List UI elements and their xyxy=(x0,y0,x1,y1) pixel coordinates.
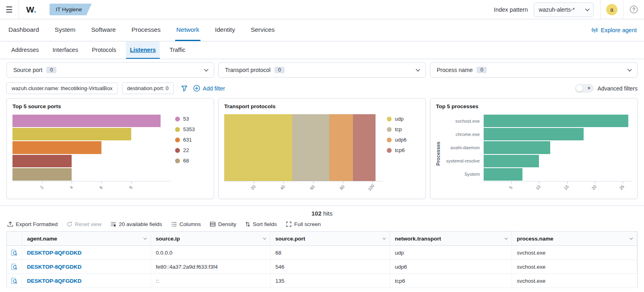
filter-select-label: Process name xyxy=(437,67,473,73)
chevron-down-icon xyxy=(630,236,633,239)
filter-select-transport-protocol[interactable]: Transport protocol0 xyxy=(218,62,426,78)
bar-systemd-resolve[interactable] xyxy=(483,155,539,167)
subtab-traffic[interactable]: Traffic xyxy=(165,41,189,59)
export-icon xyxy=(7,221,13,227)
bar-track xyxy=(483,155,632,167)
app-badge[interactable]: IT Hygiene xyxy=(50,4,92,15)
axis-tick-label: 4 xyxy=(69,185,74,190)
bar-631[interactable] xyxy=(12,141,101,154)
cell-source.ip: :: xyxy=(151,274,270,288)
axis-tick-mark xyxy=(254,181,254,183)
tab-identity[interactable]: Identity xyxy=(214,19,236,41)
bar-68[interactable] xyxy=(12,168,72,181)
help-icon[interactable]: ? xyxy=(630,6,638,13)
axis-tick-label: 80 xyxy=(339,184,345,191)
source-ports-chart[interactable]: 2468 xyxy=(12,114,171,193)
legend-item-tcp6[interactable]: tcp6 xyxy=(387,147,420,153)
hamburger-menu-icon[interactable]: ☰ xyxy=(0,0,19,19)
density-button[interactable]: Density xyxy=(210,221,236,227)
column-header-source.ip[interactable]: source.ip xyxy=(151,232,270,246)
expand-row-button[interactable] xyxy=(7,260,22,274)
tab-processes[interactable]: Processes xyxy=(130,19,162,41)
bar-svchost.exe[interactable] xyxy=(483,115,628,127)
add-filter-button[interactable]: Add filter xyxy=(193,85,225,92)
bar-track xyxy=(483,168,632,181)
full-screen-button[interactable]: Full screen xyxy=(286,221,321,227)
subtab-protocols[interactable]: Protocols xyxy=(88,41,120,59)
agent-name-link[interactable]: DESKTOP-8QFGDKD xyxy=(22,260,151,274)
table-toolbar: Export Formatted Reset view 20 available… xyxy=(0,218,644,231)
legend-item-tcp[interactable]: tcp xyxy=(387,126,420,132)
axis-tick-mark xyxy=(131,181,132,183)
reset-view-button[interactable]: Reset view xyxy=(66,221,101,227)
segment-udp[interactable] xyxy=(224,114,292,181)
tab-dashboard[interactable]: Dashboard xyxy=(7,19,40,41)
subtab-listeners[interactable]: Listeners xyxy=(126,41,160,59)
bar-track xyxy=(483,115,632,127)
agent-name-link[interactable]: DESKTOP-8QFGDKD xyxy=(22,246,151,260)
legend-dot xyxy=(387,127,392,132)
panel-top-processes: Top 5 processes Processes svchost.exechr… xyxy=(430,98,638,199)
sort-icon xyxy=(245,221,250,227)
bar-5353[interactable] xyxy=(12,128,131,140)
filter-funnel-icon[interactable] xyxy=(181,85,188,92)
legend-item-udp[interactable]: udp xyxy=(387,116,420,122)
segment-udp6[interactable] xyxy=(329,114,353,181)
bar-row-53 xyxy=(12,114,171,127)
filter-select-source-port[interactable]: Source port0 xyxy=(6,62,214,78)
export-formatted-button[interactable]: Export Formatted xyxy=(7,221,58,227)
legend-item-631[interactable]: 631 xyxy=(175,137,208,143)
wazuh-logo[interactable]: W. xyxy=(19,5,44,14)
filter-pills: wazuh.cluster.name: thecotilking-Virtual… xyxy=(6,82,178,94)
legend-item-22[interactable]: 22 xyxy=(175,147,208,153)
segment-tcp6[interactable] xyxy=(353,114,375,181)
axis-tick-mark xyxy=(567,181,568,183)
processes-chart[interactable]: Processes svchost.exechrome.exeavahi-dae… xyxy=(442,114,632,193)
filter-pill-1[interactable]: destination.port: 0 xyxy=(122,82,174,94)
column-header-network.transport[interactable]: network.transport xyxy=(390,232,512,246)
bar-avahi-daemon[interactable] xyxy=(483,141,550,154)
segment-tcp[interactable] xyxy=(292,114,329,181)
legend-item-53[interactable]: 53 xyxy=(175,116,208,122)
expand-row-button[interactable] xyxy=(7,246,22,260)
avatar-slot: a xyxy=(600,0,623,19)
bar-22[interactable] xyxy=(12,155,72,167)
index-pattern-value: wazuh-alerts-* xyxy=(539,6,575,13)
filter-select-process-name[interactable]: Process name0 xyxy=(430,62,638,78)
agent-name-link[interactable]: DESKTOP-8QFGDKD xyxy=(22,274,151,288)
y-axis-line xyxy=(483,114,484,181)
tab-system[interactable]: System xyxy=(54,19,77,41)
index-pattern-select[interactable]: wazuh-alerts-* xyxy=(534,2,594,17)
avatar[interactable]: a xyxy=(606,4,617,15)
legend-item-68[interactable]: 68 xyxy=(175,158,208,164)
legend-item-5353[interactable]: 5353 xyxy=(175,126,208,132)
logo-dot: . xyxy=(34,5,36,14)
tab-services[interactable]: Services xyxy=(250,19,276,41)
available-fields-button[interactable]: 20 available fields xyxy=(110,221,162,227)
explore-agent-button[interactable]: Explore agent xyxy=(591,19,637,41)
tab-software[interactable]: Software xyxy=(90,19,117,41)
subtab-interfaces[interactable]: Interfaces xyxy=(49,41,83,59)
bar-System[interactable] xyxy=(483,168,522,181)
subtab-addresses[interactable]: Addresses xyxy=(7,41,43,59)
advanced-filters-toggle[interactable]: × xyxy=(575,84,594,93)
sort-fields-button[interactable]: Sort fields xyxy=(245,221,277,227)
bar-row-5353 xyxy=(12,127,171,141)
add-filter-label: Add filter xyxy=(203,85,225,92)
expand-row-button[interactable] xyxy=(7,274,22,288)
filter-pill-0[interactable]: wazuh.cluster.name: thecotilking-Virtual… xyxy=(6,82,118,94)
columns-button[interactable]: Columns xyxy=(171,221,201,227)
column-header-agent.name[interactable]: agent.name xyxy=(22,232,151,246)
legend-item-udp6[interactable]: udp6 xyxy=(387,137,420,143)
column-header-process.name[interactable]: process.name xyxy=(512,232,637,246)
column-header-source.port[interactable]: source.port xyxy=(270,232,390,246)
column-header-label: source.port xyxy=(275,236,305,242)
transport-protocols-chart[interactable]: 20406080100 xyxy=(224,114,383,193)
full-screen-label: Full screen xyxy=(294,221,321,227)
tab-network[interactable]: Network xyxy=(175,19,200,41)
bar-chrome.exe[interactable] xyxy=(483,128,584,140)
legend-label: tcp6 xyxy=(395,147,405,153)
bar-53[interactable] xyxy=(12,115,161,127)
cell-process.name: svchost.exe xyxy=(512,246,637,260)
cell-source.port: 546 xyxy=(270,260,390,274)
